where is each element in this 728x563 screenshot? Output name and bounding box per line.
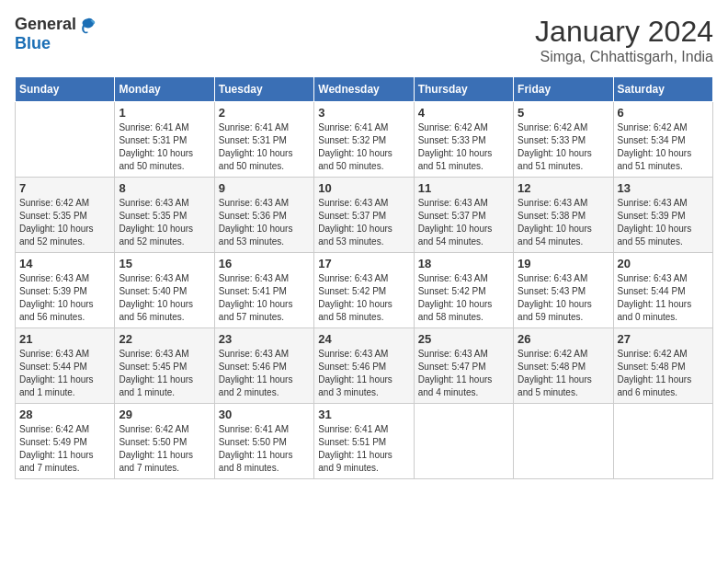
day-info: Sunrise: 6:43 AMSunset: 5:44 PMDaylight:… [19, 348, 110, 399]
day-number: 12 [518, 181, 609, 195]
col-wednesday: Wednesday [314, 77, 414, 102]
day-info: Sunrise: 6:43 AMSunset: 5:42 PMDaylight:… [418, 272, 509, 324]
table-row: 23Sunrise: 6:43 AMSunset: 5:46 PMDayligh… [214, 328, 313, 404]
day-info: Sunrise: 6:43 AMSunset: 5:44 PMDaylight:… [618, 272, 709, 324]
day-number: 23 [219, 332, 310, 346]
day-number: 6 [618, 106, 709, 120]
col-sunday: Sunday [16, 77, 115, 102]
table-row: 28Sunrise: 6:42 AMSunset: 5:49 PMDayligh… [16, 404, 115, 479]
day-number: 1 [119, 106, 210, 120]
table-row: 14Sunrise: 6:43 AMSunset: 5:39 PMDayligh… [16, 253, 115, 328]
day-number: 29 [119, 408, 210, 421]
title-section: January 2024 Simga, Chhattisgarh, India [535, 15, 713, 65]
day-number: 15 [119, 257, 210, 270]
table-row: 15Sunrise: 6:43 AMSunset: 5:40 PMDayligh… [115, 253, 214, 328]
calendar-week-row: 14Sunrise: 6:43 AMSunset: 5:39 PMDayligh… [16, 253, 713, 328]
day-number: 4 [418, 106, 509, 120]
calendar-week-row: 28Sunrise: 6:42 AMSunset: 5:49 PMDayligh… [16, 404, 713, 479]
table-row [16, 102, 115, 178]
day-info: Sunrise: 6:42 AMSunset: 5:49 PMDaylight:… [19, 423, 110, 475]
day-info: Sunrise: 6:43 AMSunset: 5:37 PMDaylight:… [418, 197, 509, 248]
table-row: 6Sunrise: 6:42 AMSunset: 5:34 PMDaylight… [613, 102, 712, 178]
table-row: 24Sunrise: 6:43 AMSunset: 5:46 PMDayligh… [314, 328, 414, 404]
day-number: 25 [418, 332, 509, 346]
day-number: 18 [418, 257, 509, 270]
table-row: 25Sunrise: 6:43 AMSunset: 5:47 PMDayligh… [414, 328, 513, 404]
day-info: Sunrise: 6:43 AMSunset: 5:46 PMDaylight:… [318, 348, 409, 399]
table-row: 26Sunrise: 6:42 AMSunset: 5:48 PMDayligh… [514, 328, 613, 404]
table-row [414, 404, 513, 479]
day-info: Sunrise: 6:43 AMSunset: 5:37 PMDaylight:… [318, 197, 409, 248]
table-row: 16Sunrise: 6:43 AMSunset: 5:41 PMDayligh… [214, 253, 313, 328]
day-number: 11 [418, 181, 509, 195]
table-row: 1Sunrise: 6:41 AMSunset: 5:31 PMDaylight… [115, 102, 214, 178]
day-number: 26 [518, 332, 609, 346]
table-row: 30Sunrise: 6:41 AMSunset: 5:50 PMDayligh… [214, 404, 313, 479]
day-info: Sunrise: 6:43 AMSunset: 5:40 PMDaylight:… [119, 272, 210, 324]
day-number: 13 [618, 181, 709, 195]
calendar-week-row: 21Sunrise: 6:43 AMSunset: 5:44 PMDayligh… [16, 328, 713, 404]
day-number: 16 [219, 257, 310, 270]
day-info: Sunrise: 6:42 AMSunset: 5:50 PMDaylight:… [119, 423, 210, 475]
day-info: Sunrise: 6:43 AMSunset: 5:39 PMDaylight:… [618, 197, 709, 248]
day-number: 22 [119, 332, 210, 346]
table-row: 12Sunrise: 6:43 AMSunset: 5:38 PMDayligh… [514, 178, 613, 253]
logo-blue-text: Blue [15, 34, 51, 53]
page-header: General Blue January 2024 Simga, Chhatti… [15, 15, 713, 65]
day-info: Sunrise: 6:41 AMSunset: 5:31 PMDaylight:… [219, 121, 310, 173]
table-row: 11Sunrise: 6:43 AMSunset: 5:37 PMDayligh… [414, 178, 513, 253]
day-number: 31 [318, 408, 409, 421]
col-friday: Friday [514, 77, 613, 102]
table-row: 2Sunrise: 6:41 AMSunset: 5:31 PMDaylight… [214, 102, 313, 178]
calendar-week-row: 1Sunrise: 6:41 AMSunset: 5:31 PMDaylight… [16, 102, 713, 178]
day-number: 2 [219, 106, 310, 120]
day-info: Sunrise: 6:43 AMSunset: 5:45 PMDaylight:… [119, 348, 210, 399]
day-number: 30 [219, 408, 310, 421]
table-row: 29Sunrise: 6:42 AMSunset: 5:50 PMDayligh… [115, 404, 214, 479]
table-row: 18Sunrise: 6:43 AMSunset: 5:42 PMDayligh… [414, 253, 513, 328]
day-info: Sunrise: 6:43 AMSunset: 5:39 PMDaylight:… [19, 272, 110, 324]
day-info: Sunrise: 6:43 AMSunset: 5:47 PMDaylight:… [418, 348, 509, 399]
day-info: Sunrise: 6:43 AMSunset: 5:46 PMDaylight:… [219, 348, 310, 399]
table-row: 19Sunrise: 6:43 AMSunset: 5:43 PMDayligh… [514, 253, 613, 328]
day-number: 20 [618, 257, 709, 270]
col-tuesday: Tuesday [214, 77, 313, 102]
day-number: 8 [119, 181, 210, 195]
day-number: 9 [219, 181, 310, 195]
day-info: Sunrise: 6:42 AMSunset: 5:48 PMDaylight:… [618, 348, 709, 399]
day-info: Sunrise: 6:43 AMSunset: 5:41 PMDaylight:… [219, 272, 310, 324]
day-info: Sunrise: 6:43 AMSunset: 5:38 PMDaylight:… [518, 197, 609, 248]
table-row [514, 404, 613, 479]
day-info: Sunrise: 6:43 AMSunset: 5:42 PMDaylight:… [318, 272, 409, 324]
table-row: 10Sunrise: 6:43 AMSunset: 5:37 PMDayligh… [314, 178, 414, 253]
day-info: Sunrise: 6:43 AMSunset: 5:35 PMDaylight:… [119, 197, 210, 248]
col-thursday: Thursday [414, 77, 513, 102]
table-row: 8Sunrise: 6:43 AMSunset: 5:35 PMDaylight… [115, 178, 214, 253]
logo: General Blue [15, 15, 97, 53]
table-row: 3Sunrise: 6:41 AMSunset: 5:32 PMDaylight… [314, 102, 414, 178]
day-info: Sunrise: 6:42 AMSunset: 5:35 PMDaylight:… [19, 197, 110, 248]
day-number: 21 [19, 332, 110, 346]
table-row: 20Sunrise: 6:43 AMSunset: 5:44 PMDayligh… [613, 253, 712, 328]
day-number: 17 [318, 257, 409, 270]
day-number: 3 [318, 106, 409, 120]
logo-bird-icon [78, 16, 97, 34]
day-number: 19 [518, 257, 609, 270]
table-row: 13Sunrise: 6:43 AMSunset: 5:39 PMDayligh… [613, 178, 712, 253]
month-year-title: January 2024 [535, 15, 713, 49]
day-info: Sunrise: 6:41 AMSunset: 5:51 PMDaylight:… [318, 423, 409, 475]
day-number: 5 [518, 106, 609, 120]
day-info: Sunrise: 6:42 AMSunset: 5:33 PMDaylight:… [518, 121, 609, 173]
table-row: 27Sunrise: 6:42 AMSunset: 5:48 PMDayligh… [613, 328, 712, 404]
calendar-week-row: 7Sunrise: 6:42 AMSunset: 5:35 PMDaylight… [16, 178, 713, 253]
day-info: Sunrise: 6:41 AMSunset: 5:50 PMDaylight:… [219, 423, 310, 475]
day-info: Sunrise: 6:42 AMSunset: 5:34 PMDaylight:… [618, 121, 709, 173]
col-monday: Monday [115, 77, 214, 102]
logo-general-text: General [15, 15, 76, 34]
table-row: 7Sunrise: 6:42 AMSunset: 5:35 PMDaylight… [16, 178, 115, 253]
col-saturday: Saturday [613, 77, 712, 102]
day-number: 10 [318, 181, 409, 195]
day-number: 14 [19, 257, 110, 270]
table-row: 31Sunrise: 6:41 AMSunset: 5:51 PMDayligh… [314, 404, 414, 479]
day-info: Sunrise: 6:41 AMSunset: 5:32 PMDaylight:… [318, 121, 409, 173]
